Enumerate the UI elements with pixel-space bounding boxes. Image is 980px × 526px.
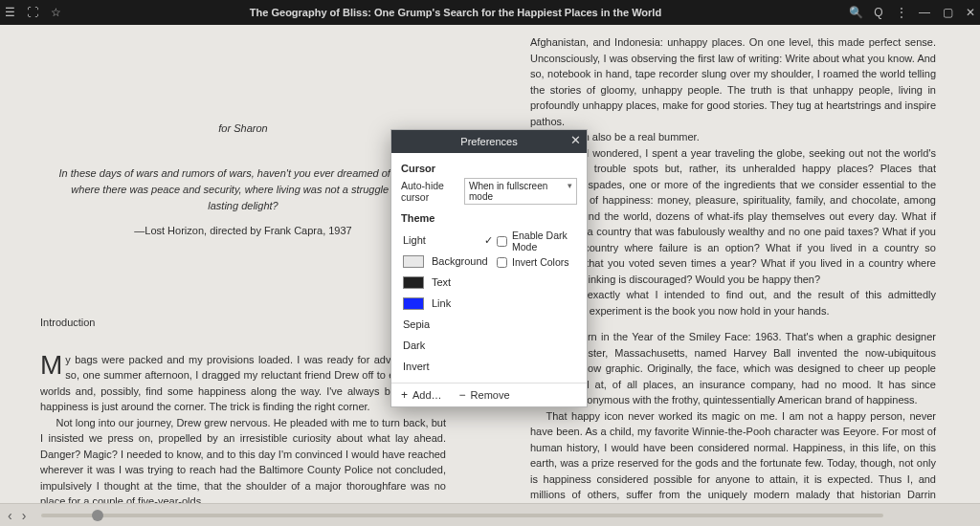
dialog-title: Preferences: [460, 136, 517, 147]
theme-option-link[interactable]: Link: [401, 293, 493, 314]
checkbox-input[interactable]: [497, 236, 507, 247]
window-title: The Geography of Bliss: One Grump's Sear…: [61, 7, 850, 18]
remove-theme-button[interactable]: −Remove: [459, 389, 510, 401]
footer-nav: ‹ ›: [0, 503, 980, 526]
epigraph: In these days of wars and rumors of wars…: [40, 165, 446, 214]
progress-slider[interactable]: [41, 514, 883, 517]
search-icon[interactable]: 🔍: [850, 7, 861, 18]
theme-option-dark[interactable]: Dark: [401, 335, 493, 356]
section-theme: Theme: [401, 212, 577, 224]
body-paragraph: I was born in the Year of the Smiley Fac…: [530, 329, 936, 408]
theme-option-background[interactable]: Background: [401, 251, 493, 272]
dropcap: M: [40, 352, 65, 377]
theme-option-text[interactable]: Text: [401, 272, 493, 293]
autohide-select[interactable]: When in fullscreen mode: [464, 178, 577, 205]
body-paragraph: They can also be a real bummer.: [530, 129, 936, 145]
swatch-icon: [403, 297, 424, 310]
toc-icon[interactable]: ☰: [4, 7, 15, 18]
dialog-titlebar[interactable]: Preferences ✕: [391, 130, 587, 153]
titlebar: ☰ ⛶ ☆ The Geography of Bliss: One Grump'…: [0, 0, 980, 25]
autohide-label: Auto-hide cursor: [401, 180, 458, 203]
bookmark-star-icon[interactable]: ☆: [50, 7, 61, 18]
close-icon[interactable]: ✕: [570, 133, 581, 147]
zoom-icon[interactable]: Q: [873, 7, 884, 18]
checkbox-input[interactable]: [497, 257, 507, 268]
preferences-dialog: Preferences ✕ Cursor Auto-hide cursor Wh…: [390, 129, 588, 407]
theme-option-invert[interactable]: Invert: [401, 356, 493, 377]
prev-page-icon[interactable]: ‹: [8, 508, 12, 523]
fullscreen-icon[interactable]: ⛶: [27, 7, 38, 18]
dedication: for Sharon: [40, 121, 446, 137]
minimize-icon[interactable]: —: [919, 7, 930, 18]
progress-slider-knob[interactable]: [92, 510, 103, 521]
enable-dark-mode-checkbox[interactable]: Enable Dark Mode: [497, 230, 577, 252]
chapter-heading: Introduction: [40, 315, 446, 331]
body-paragraph: That is exactly what I intended to find …: [530, 287, 936, 318]
add-theme-button[interactable]: +Add…: [401, 389, 442, 401]
body-paragraph: Afghanistan, and Indonesia: unhappy plac…: [530, 34, 936, 129]
menu-icon[interactable]: ⋮: [896, 7, 907, 18]
theme-option-sepia[interactable]: Sepia: [401, 314, 493, 335]
plus-icon: +: [401, 389, 408, 401]
swatch-icon: [403, 255, 424, 268]
minus-icon: −: [459, 389, 466, 401]
theme-list: Light Background Text Link Sepia Dark In…: [401, 230, 493, 377]
swatch-icon: [403, 276, 424, 289]
theme-option-light[interactable]: Light: [401, 230, 493, 251]
invert-colors-checkbox[interactable]: Invert Colors: [497, 256, 577, 268]
body-paragraph: What if, I wondered, I spent a year trav…: [530, 145, 936, 288]
body-paragraph: That happy icon never worked its magic o…: [530, 408, 936, 519]
next-page-icon[interactable]: ›: [22, 508, 27, 523]
epigraph-attribution: —Lost Horizon, directed by Frank Capra, …: [40, 223, 446, 239]
maximize-icon[interactable]: ▢: [942, 7, 953, 18]
body-paragraph: Not long into our journey, Drew grew ner…: [40, 415, 446, 510]
close-window-icon[interactable]: ✕: [965, 7, 976, 18]
body-paragraph: My bags were packed and my provisions lo…: [40, 352, 446, 415]
section-cursor: Cursor: [401, 163, 577, 174]
